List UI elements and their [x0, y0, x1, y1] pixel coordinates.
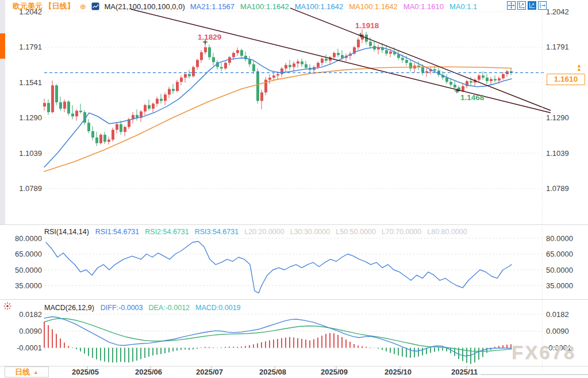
y-axis-label: 1.1541	[0, 78, 42, 87]
rsi-value-label: L20:20.0000	[244, 228, 285, 236]
y-axis-label: 0.0090	[0, 327, 42, 335]
last-price-tag: 1.1610	[547, 74, 585, 85]
y-axis-label: 1.1791	[546, 43, 569, 51]
x-axis-label: 2025/09	[321, 368, 348, 376]
chart-header: 欧元美元 【日线】 ⊕ MA(21,100,100,100,0,0) MA21:…	[13, 2, 477, 11]
macd-value-label: DEA:-0.0012	[148, 304, 190, 312]
price-annotation: 1.1918	[355, 21, 379, 30]
chart-canvas[interactable]	[0, 0, 588, 378]
y-axis-label: 35.0000	[0, 281, 42, 290]
ma-value-label: MA21:1.1567	[190, 2, 235, 11]
symbol-title: 欧元美元 【日线】	[13, 1, 75, 12]
x-axis-label: 2025/08	[259, 368, 286, 376]
ma-value-label: MA100:1.1642	[240, 2, 289, 11]
chevron-up-icon: ▲	[33, 369, 39, 375]
x-axis-label: 2025/05	[72, 368, 99, 376]
ma-value-label: MA100:1.1642	[349, 2, 398, 11]
ma-values: MA21:1.1567MA100:1.1642MA100:1.1642MA100…	[190, 2, 478, 11]
y-axis-label: 1.2042	[546, 7, 569, 16]
y-axis-label: 35.0000	[546, 281, 573, 290]
bottom-scrollbar-thumb[interactable]	[481, 374, 588, 375]
y-axis-label: 0.0182	[0, 310, 42, 319]
y-axis-label: 65.0000	[0, 250, 42, 258]
price-annotation: 1.1829	[198, 33, 221, 41]
y-axis-label: 1.0789	[0, 184, 42, 193]
add-indicator-icon[interactable]: ⊕	[80, 2, 86, 11]
y-axis-label: 80.0000	[546, 234, 573, 243]
header-toolbar	[507, 1, 547, 10]
x-axis-label: 2025/06	[135, 368, 162, 376]
rsi-formula-label: RSI(14,14,14)	[44, 228, 89, 236]
axis-zoom-icon[interactable]	[517, 1, 526, 10]
macd-values: DIFF:-0.0003DEA:-0.0012MACD:0.0019	[101, 304, 241, 312]
auto-fit-icon[interactable]	[528, 1, 536, 10]
y-axis-label: 50.0000	[0, 266, 42, 274]
y-axis-label: 1.1791	[0, 43, 42, 51]
period-select-button[interactable]: 日线 ▲	[5, 366, 49, 377]
x-axis-label: 2025/11	[451, 368, 478, 376]
rsi-value-label: RSI3:54.6731	[195, 228, 239, 236]
candlestick-chart-icon[interactable]	[91, 2, 99, 10]
ma-formula-label: MA(21,100,100,100,0,0)	[105, 2, 185, 11]
marker-settings-icon[interactable]	[3, 301, 12, 311]
rsi-value-label: RSI2:54.6731	[145, 228, 189, 236]
rsi-value-label: L30:30.0000	[290, 228, 330, 236]
rsi-value-label: L50:50.0000	[336, 228, 376, 236]
left-scrollbar-thumb[interactable]	[0, 33, 5, 59]
x-axis-label: 2025/07	[196, 368, 223, 376]
macd-header: MACD(26,12,9) DIFF:-0.0003DEA:-0.0012MAC…	[44, 304, 241, 312]
left-scrollbar-track	[0, 0, 5, 224]
macd-value-label: MACD:0.0019	[195, 304, 241, 312]
rsi-header: RSI(14,14,14) RSI1:54.6731RSI2:54.6731RS…	[44, 228, 467, 236]
y-axis-label: 80.0000	[0, 234, 42, 243]
y-axis-label: -0.0001	[0, 343, 42, 352]
price-up-arrows-icon: ▲▲	[577, 64, 582, 71]
macd-value-label: DIFF:-0.0003	[101, 304, 143, 312]
pan-icon[interactable]	[507, 1, 516, 10]
chart-window: 1.20421.20421.17911.17911.15411.15411.12…	[0, 0, 588, 378]
y-axis-label: 1.1039	[0, 149, 42, 158]
ma-value-label: MA0:1.1610	[403, 2, 444, 11]
y-axis-label: 1.0789	[546, 184, 569, 193]
macd-formula-label: MACD(26,12,9)	[44, 304, 94, 312]
y-axis-label: 0.0182	[546, 310, 569, 319]
y-axis-label: 65.0000	[546, 250, 573, 258]
x-axis-label: 2025/10	[385, 368, 412, 376]
rsi-value-label: L80:80.0000	[427, 228, 467, 236]
rsi-values: RSI1:54.6731RSI2:54.6731RSI3:54.6731L20:…	[95, 228, 467, 236]
rsi-value-label: RSI1:54.6731	[95, 228, 139, 236]
y-axis-label: 1.1290	[0, 113, 42, 122]
y-axis-label: 1.1290	[546, 113, 569, 122]
y-axis-label: 1.1039	[546, 149, 569, 158]
last-price-value: 1.1610	[554, 75, 578, 83]
ma-value-label: MA100:1.1642	[295, 2, 344, 11]
y-axis-label: 0.0090	[546, 327, 569, 335]
watermark: FX678	[512, 342, 576, 364]
ma-value-label: MA0:1.1	[449, 2, 477, 11]
pan-right-icon[interactable]	[538, 1, 547, 10]
price-annotation: 1.1468	[460, 93, 484, 102]
rsi-value-label: L70:70.0000	[382, 228, 422, 236]
period-label: 日线	[15, 367, 30, 377]
y-axis-label: 50.0000	[546, 266, 573, 274]
